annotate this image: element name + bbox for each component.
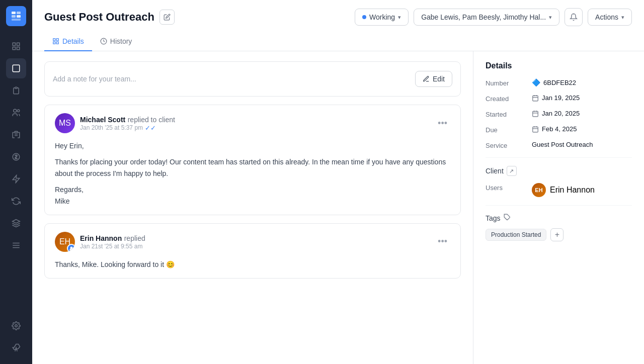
due-value: Feb 4, 2025	[532, 125, 577, 133]
status-button[interactable]: Working ▾	[355, 9, 409, 26]
message-header: MS Michael Scott replied to client Jan 2…	[55, 113, 450, 133]
assignees-button[interactable]: Gabe Lewis, Pam Beesly, Jimothy Hal... ▾	[414, 9, 559, 26]
app-logo[interactable]	[6, 6, 26, 26]
edit-title-button[interactable]	[159, 10, 175, 25]
calendar-icon	[532, 95, 539, 102]
actions-chevron-icon: ▾	[621, 14, 624, 21]
due-label: Due	[486, 125, 526, 134]
details-panel-title: Details	[486, 61, 632, 70]
sidebar-item-tasks[interactable]	[6, 58, 26, 78]
sidebar-item-reports[interactable]	[6, 125, 26, 145]
message-header: EH Erin Hannon replied Jan 21st '25 at 9…	[55, 232, 450, 252]
author-name: Michael Scott	[80, 116, 125, 124]
tag: Production Started	[486, 229, 546, 241]
message-timestamp: Jan 21st '25 at 9:55 am	[80, 243, 142, 250]
user-chip: EH Erin Hannon	[532, 183, 595, 197]
started-value: Jan 20, 2025	[532, 110, 580, 117]
avatar-initials: MS	[59, 119, 71, 128]
number-text: 6BDFEB22	[543, 79, 576, 86]
author-action: replied	[124, 234, 145, 242]
calendar-icon	[532, 126, 539, 133]
author-action: replied to client	[128, 116, 175, 124]
note-input-placeholder: Add a note for your team...	[53, 75, 136, 83]
svg-point-18	[15, 325, 18, 327]
svg-rect-22	[53, 42, 55, 44]
svg-rect-2	[12, 15, 16, 18]
tab-history-label: History	[110, 37, 132, 45]
service-label: Service	[486, 141, 526, 149]
detail-row-users: Users EH Erin Hannon	[486, 183, 632, 197]
status-label: Working	[369, 13, 395, 21]
avatar: MS	[55, 113, 75, 133]
client-section-header: Client ↗	[486, 166, 632, 176]
message-line-1: Thanks, Mike. Looking forward to it 😊	[55, 259, 450, 270]
tab-details-label: Details	[62, 37, 84, 45]
user-avatar: EH	[532, 183, 546, 197]
message-time: Jan 20th '25 at 5:37 pm ✓✓	[80, 124, 175, 132]
sidebar-item-sync[interactable]	[6, 191, 26, 211]
created-label: Created	[486, 94, 526, 103]
tags-icon	[504, 214, 511, 222]
note-input-container[interactable]: Add a note for your team... Edit	[44, 61, 461, 97]
tab-history[interactable]: History	[92, 32, 140, 51]
history-tab-icon	[100, 38, 107, 45]
author-name: Erin Hannon	[80, 234, 122, 242]
edit-icon	[423, 75, 430, 82]
section-divider	[486, 205, 632, 206]
created-text: Jan 19, 2025	[542, 94, 580, 102]
sidebar-item-home[interactable]	[6, 36, 26, 56]
content-area: Add a note for your team... Edit MS Mich…	[32, 51, 644, 364]
details-sidebar: Details Number 🔷 6BDFEB22 Created Jan 19…	[473, 51, 644, 364]
client-link-icon[interactable]: ↗	[507, 166, 517, 176]
sidebar-item-menu[interactable]	[6, 235, 26, 255]
edit-button[interactable]: Edit	[415, 71, 452, 87]
sidebar-item-marketing[interactable]	[6, 169, 26, 189]
sidebar-item-layers[interactable]	[6, 213, 26, 233]
svg-rect-21	[56, 39, 58, 41]
page-header: Guest Post Outreach Working ▾ Gabe Lewis…	[32, 0, 644, 51]
sidebar-item-launch[interactable]	[6, 338, 26, 358]
section-divider	[486, 157, 632, 158]
svg-rect-30	[533, 111, 538, 117]
tags-title: Tags	[486, 214, 501, 222]
svg-rect-23	[56, 42, 58, 44]
message-menu-button[interactable]: •••	[435, 117, 450, 130]
svg-rect-9	[13, 65, 20, 72]
detail-row-started: Started Jan 20, 2025	[486, 110, 632, 118]
user-name: Erin Hannon	[550, 186, 595, 195]
header-top-row: Guest Post Outreach Working ▾ Gabe Lewis…	[44, 8, 632, 26]
detail-row-service: Service Guest Post Outreach	[486, 141, 632, 149]
tab-details[interactable]: Details	[44, 32, 92, 51]
check-icon: ✓✓	[145, 124, 156, 132]
message-line-3: Regards,Mike	[55, 184, 450, 207]
message-line-1: Hey Erin,	[55, 140, 450, 151]
sidebar-item-people[interactable]	[6, 103, 26, 123]
svg-point-10	[14, 109, 17, 112]
chat-area: Add a note for your team... Edit MS Mich…	[32, 51, 473, 364]
header-actions: Working ▾ Gabe Lewis, Pam Beesly, Jimoth…	[355, 8, 632, 26]
message-author: EH Erin Hannon replied Jan 21st '25 at 9…	[55, 232, 145, 252]
author-info: Michael Scott replied to client Jan 20th…	[80, 115, 175, 132]
sidebar-item-orders[interactable]	[6, 80, 26, 101]
svg-rect-26	[533, 96, 538, 101]
number-label: Number	[486, 78, 526, 87]
users-label: Users	[486, 183, 526, 192]
started-label: Started	[486, 110, 526, 118]
details-tab-icon	[52, 38, 59, 45]
message-time: Jan 21st '25 at 9:55 am	[80, 243, 145, 250]
message-body: Hey Erin, Thanks for placing your order …	[55, 140, 450, 207]
actions-button[interactable]: Actions ▾	[588, 9, 632, 26]
add-tag-button[interactable]: +	[550, 228, 564, 241]
created-value: Jan 19, 2025	[532, 94, 580, 102]
message-card: EH Erin Hannon replied Jan 21st '25 at 9…	[44, 223, 461, 279]
sidebar-item-finance[interactable]	[6, 147, 26, 167]
svg-point-11	[17, 110, 20, 112]
svg-rect-7	[13, 47, 15, 50]
assignees-chevron-icon: ▾	[549, 14, 552, 21]
message-menu-button[interactable]: •••	[435, 235, 450, 248]
notifications-button[interactable]	[565, 8, 583, 26]
message-timestamp: Jan 20th '25 at 5:37 pm	[80, 124, 143, 131]
svg-marker-14	[13, 220, 20, 224]
sidebar-item-settings[interactable]	[6, 316, 26, 336]
svg-marker-13	[13, 175, 20, 183]
